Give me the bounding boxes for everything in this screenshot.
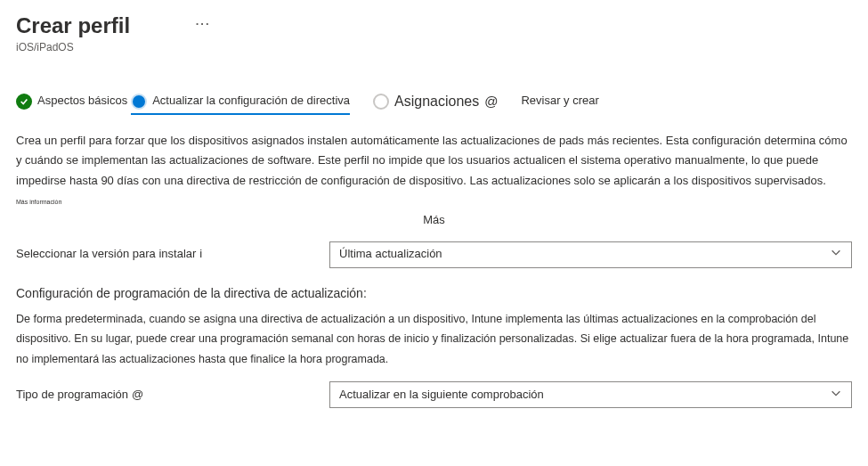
- schedule-type-selected-value: Actualizar en la siguiente comprobación: [339, 387, 544, 404]
- page-title: Crear perfil: [16, 11, 130, 42]
- more-info-link[interactable]: Más información: [16, 198, 852, 207]
- step-label: Aspectos básicos: [37, 93, 127, 110]
- schedule-type-label-text: Tipo de programación: [16, 387, 128, 404]
- schedule-description: De forma predeterminada, cuando se asign…: [16, 309, 852, 370]
- step-basics[interactable]: Aspectos básicos: [16, 93, 127, 110]
- more-icon[interactable]: ···: [196, 11, 211, 33]
- version-selected-value: Última actualización: [339, 246, 442, 263]
- page-header: Crear perfil ··· iOS/iPadOS: [16, 11, 852, 55]
- info-glyph: @: [132, 387, 143, 404]
- step-label: Asignaciones: [394, 91, 479, 111]
- ring-icon: [373, 94, 389, 110]
- policy-description: Crea un perfil para forzar que los dispo…: [16, 131, 852, 190]
- check-icon: [16, 94, 32, 110]
- schedule-type-select[interactable]: Actualizar en la siguiente comprobación: [329, 381, 852, 408]
- page-subtitle: iOS/iPadOS: [16, 40, 852, 55]
- schedule-heading: Configuración de programación de la dire…: [16, 284, 852, 302]
- version-label-text: Seleccionar la versión para instalar: [16, 246, 196, 263]
- step-assignments[interactable]: Asignaciones @: [373, 91, 498, 111]
- active-underline: [131, 113, 350, 115]
- version-select[interactable]: Última actualización: [329, 241, 852, 268]
- step-update-policy[interactable]: Actualizar la configuración de directiva: [131, 93, 350, 110]
- schedule-type-label: Tipo de programación @: [16, 387, 329, 404]
- chevron-down-icon: [830, 387, 842, 405]
- step-label: Revisar y crear: [521, 93, 598, 110]
- chevron-down-icon: [830, 246, 842, 264]
- version-row: Seleccionar la versión para instalar i Ú…: [16, 241, 852, 268]
- info-icon[interactable]: i: [199, 246, 202, 263]
- version-label: Seleccionar la versión para instalar i: [16, 246, 329, 263]
- step-review-create[interactable]: Revisar y crear: [521, 93, 598, 110]
- more-toggle[interactable]: Más: [16, 212, 852, 229]
- info-glyph: @: [484, 92, 498, 111]
- wizard-stepper: Aspectos básicos Actualizar la configura…: [16, 91, 852, 111]
- step-label: Actualizar la configuración de directiva: [152, 93, 350, 110]
- schedule-type-row: Tipo de programación @ Actualizar en la …: [16, 381, 852, 408]
- active-step-icon: [131, 94, 147, 110]
